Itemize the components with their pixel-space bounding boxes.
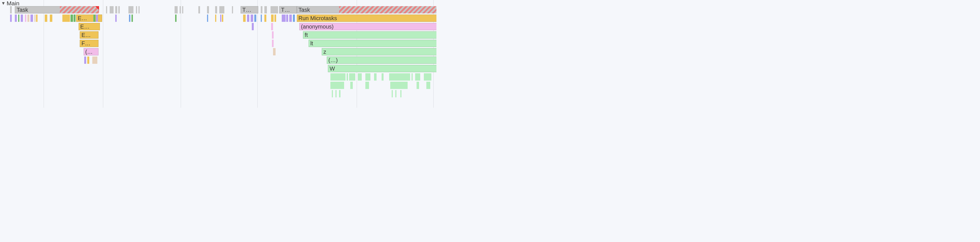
flame-sliver[interactable] [215, 14, 216, 22]
flame-sliver[interactable] [261, 6, 263, 13]
flame-sliver[interactable] [118, 6, 119, 13]
flame-sliver[interactable] [389, 73, 410, 81]
flame-sliver[interactable] [115, 6, 117, 13]
flame-sliver[interactable] [34, 14, 35, 22]
flame-sliver[interactable] [180, 6, 181, 13]
flame-sliver[interactable] [400, 90, 401, 97]
flame-sliver[interactable] [129, 6, 134, 13]
call-e2[interactable]: E… [79, 23, 100, 30]
flame-sliver[interactable] [10, 14, 12, 22]
flame-sliver[interactable] [207, 14, 208, 22]
run-microtasks[interactable]: Run Microtasks [297, 14, 436, 22]
flame-sliver[interactable] [50, 14, 52, 22]
flame-sliver[interactable] [36, 14, 37, 22]
call-paren2[interactable]: (…) [327, 57, 436, 64]
flame-sliver[interactable] [390, 82, 407, 89]
task-bar-2[interactable]: T… [240, 6, 258, 13]
flame-sliver[interactable] [286, 14, 288, 22]
flame-sliver[interactable] [175, 6, 178, 13]
flame-sliver[interactable] [30, 14, 33, 22]
flame-sliver[interactable] [417, 82, 419, 89]
flame-sliver[interactable] [330, 82, 344, 89]
flame-sliver[interactable] [87, 57, 89, 64]
flame-sliver[interactable] [264, 14, 266, 22]
flame-sliver[interactable] [350, 82, 353, 89]
flame-sliver[interactable] [84, 57, 86, 64]
flame-sliver[interactable] [395, 90, 396, 97]
call-z[interactable]: z [322, 48, 436, 56]
flame-sliver[interactable] [18, 14, 19, 22]
flame-sliver[interactable] [415, 73, 420, 81]
flame-sliver[interactable] [347, 73, 348, 81]
flame-sliver[interactable] [45, 14, 47, 22]
flame-sliver[interactable] [273, 48, 275, 56]
track-header[interactable]: ▼ Main [0, 0, 21, 7]
flame-sliver[interactable] [274, 14, 277, 22]
flame-sliver[interactable] [222, 14, 223, 22]
flame-sliver[interactable] [25, 14, 26, 22]
flame-sliver[interactable] [27, 14, 29, 22]
flame-sliver[interactable] [243, 14, 246, 22]
flame-sliver[interactable] [282, 14, 285, 22]
flame-sliver[interactable] [15, 14, 17, 22]
flame-sliver[interactable] [272, 31, 274, 38]
flame-sliver[interactable] [251, 14, 253, 22]
flame-sliver[interactable] [254, 14, 256, 22]
long-task-hatch-2[interactable] [339, 6, 436, 13]
flame-sliver[interactable] [270, 6, 278, 13]
call-w[interactable]: W [328, 65, 436, 72]
flame-sliver[interactable] [132, 14, 133, 22]
flame-sliver[interactable] [136, 6, 137, 13]
long-task-hatch[interactable] [60, 6, 99, 13]
flame-sliver[interactable] [382, 73, 383, 81]
flame-sliver[interactable] [182, 6, 183, 13]
flame-sliver[interactable] [220, 6, 224, 13]
anonymous-1[interactable]: (anonymous) [299, 23, 436, 30]
flame-sliver[interactable] [424, 73, 431, 81]
flame-sliver[interactable] [271, 23, 273, 30]
flame-sliver[interactable] [198, 6, 200, 13]
flame-sliver[interactable] [365, 82, 369, 89]
flame-sliver[interactable] [349, 73, 355, 81]
flame-sliver[interactable] [247, 14, 250, 22]
flame-sliver[interactable] [374, 73, 377, 81]
flame-sliver[interactable] [358, 73, 361, 81]
call-ft[interactable]: ft [303, 31, 436, 38]
task-bar-3[interactable]: T… [279, 6, 296, 13]
flame-sliver[interactable] [10, 6, 12, 13]
flame-sliver[interactable] [412, 73, 413, 81]
flame-sliver[interactable] [73, 14, 76, 22]
flame-sliver[interactable] [264, 6, 267, 13]
flame-sliver[interactable] [336, 90, 337, 97]
flame-sliver[interactable] [289, 14, 292, 22]
flame-sliver[interactable] [175, 14, 176, 22]
flame-sliver[interactable] [207, 6, 209, 13]
flame-sliver[interactable] [261, 14, 262, 22]
flame-sliver[interactable] [426, 82, 430, 89]
flame-sliver[interactable] [332, 90, 333, 97]
flame-sliver[interactable] [62, 14, 70, 22]
call-f[interactable]: F… [80, 40, 99, 47]
flame-sliver[interactable] [70, 14, 73, 22]
flame-sliver[interactable] [92, 57, 97, 64]
flame-sliver[interactable] [106, 6, 107, 13]
flame-sliver[interactable] [339, 90, 340, 97]
flame-sliver[interactable] [96, 14, 98, 22]
flame-sliver[interactable] [129, 14, 130, 22]
flame-sliver[interactable] [115, 14, 116, 22]
flame-sliver[interactable] [272, 40, 274, 47]
call-e[interactable]: E… [76, 14, 102, 22]
call-lt[interactable]: lt [309, 40, 436, 47]
flame-sliver[interactable] [232, 6, 233, 13]
call-e3[interactable]: E… [80, 31, 99, 38]
flame-sliver[interactable] [365, 73, 371, 81]
flame-sliver[interactable] [252, 23, 254, 30]
flame-sliver[interactable] [220, 14, 221, 22]
flame-sliver[interactable] [94, 14, 95, 22]
flame-sliver[interactable] [215, 6, 217, 13]
flame-sliver[interactable] [110, 6, 113, 13]
flame-sliver[interactable] [21, 14, 23, 22]
flame-sliver[interactable] [271, 14, 274, 22]
flame-sliver[interactable] [330, 73, 345, 81]
flame-sliver[interactable] [392, 90, 393, 97]
